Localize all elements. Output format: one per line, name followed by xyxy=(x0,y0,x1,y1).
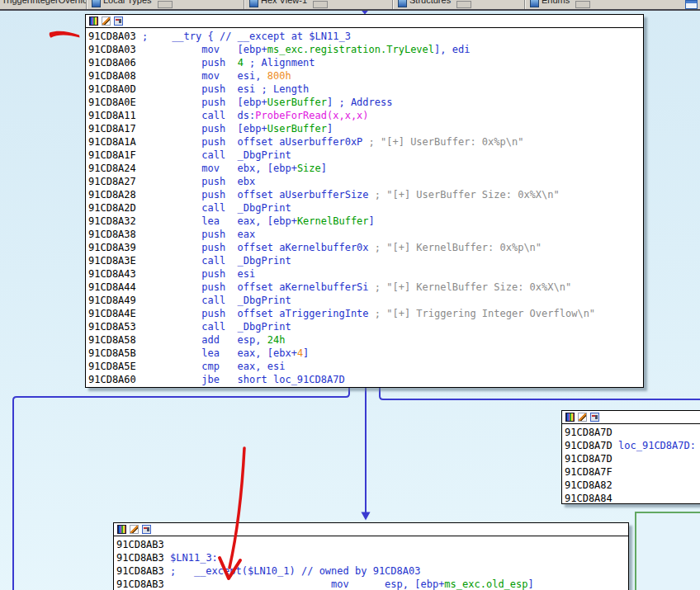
edge-arrow-in-except xyxy=(362,512,371,521)
group-icon[interactable] xyxy=(590,413,599,422)
tab-state-box xyxy=(158,1,173,8)
tab-icon xyxy=(530,0,539,7)
green-group-node[interactable] xyxy=(635,512,700,590)
code-line[interactable]: 91CD8AB3 xyxy=(116,538,628,551)
colors-icon[interactable] xyxy=(565,413,575,422)
tab-bar: TriggerIntegerOverflow Local Types Hex V… xyxy=(0,0,700,11)
tab-hex-view-1[interactable]: Hex View-1 xyxy=(245,0,392,9)
edit-icon[interactable] xyxy=(102,17,111,26)
tab-label: Structures xyxy=(409,0,451,5)
code-line[interactable]: 91CD8A11 call ds:ProbeForRead(x,x,x) xyxy=(88,109,643,122)
tab-local-types[interactable]: Local Types xyxy=(88,0,244,9)
code-line[interactable]: 91CD8A53 call _DbgPrint xyxy=(88,320,643,333)
code-line[interactable]: 91CD8A82 xyxy=(565,479,700,492)
code-line[interactable]: 91CD8A5E cmp eax, esi xyxy=(88,360,643,373)
edge-right xyxy=(380,388,700,399)
code-line[interactable]: 91CD8A2D call _DbgPrint xyxy=(88,201,643,215)
code-line[interactable]: 91CD8A49 call _DbgPrint xyxy=(88,294,643,307)
window-list-icon[interactable] xyxy=(685,0,698,9)
code-line[interactable]: 91CD8A38 push eax xyxy=(88,228,643,241)
code-line[interactable]: 91CD8A24 mov ebx, [ebp+Size] xyxy=(88,162,643,175)
node-title-bar xyxy=(114,523,628,536)
code-line[interactable]: 91CD8A44 push offset aKernelbufferSi ; "… xyxy=(88,281,643,294)
tab-label: Local Types xyxy=(103,0,152,5)
basic-block-91CD8A03[interactable]: 91CD8A03 ; __try { // __except at $LN11_… xyxy=(85,14,644,388)
code-line[interactable]: 91CD8A08 mov esi, 800h xyxy=(88,69,643,83)
code-line[interactable]: 91CD8AB3 mov esp, [ebp+ms_exc.old_esp] xyxy=(116,578,628,590)
code-line[interactable]: 91CD8A43 push esi xyxy=(88,267,643,281)
tab-state-box xyxy=(575,1,590,8)
code-line[interactable]: 91CD8A7D xyxy=(565,426,700,439)
code-line[interactable]: 91CD8A0D push esi ; Length xyxy=(88,83,643,96)
code-line[interactable]: 91CD8A60 jbe short loc_91CD8A7D xyxy=(88,373,643,386)
code-line[interactable]: 91CD8A1F call _DbgPrint xyxy=(88,149,643,162)
code-line[interactable]: 91CD8A1A push offset aUserbuffer0xP ; "[… xyxy=(88,135,643,149)
tab-label: Enums xyxy=(542,0,570,5)
code-line[interactable]: 91CD8A84 xyxy=(565,492,700,505)
colors-icon[interactable] xyxy=(117,525,126,534)
code-line[interactable]: 91CD8A06 push 4 ; Alignment xyxy=(88,56,643,69)
code-line[interactable]: 91CD8AB3 $LN11_3: xyxy=(116,551,628,564)
group-icon[interactable] xyxy=(114,17,123,26)
code-line[interactable]: 91CD8A27 push ebx xyxy=(88,175,643,188)
group-icon[interactable] xyxy=(142,525,151,534)
code-line[interactable]: 91CD8AB3 ; __except($LN10_1) // owned by… xyxy=(116,564,628,578)
tab-icon xyxy=(92,0,101,7)
edit-icon[interactable] xyxy=(578,413,587,422)
code-line[interactable]: 91CD8A0E push [ebp+UserBuffer] ; Address xyxy=(88,96,643,109)
tab-trigger-integer-overflow[interactable]: TriggerIntegerOverflow xyxy=(0,0,86,9)
basic-block-91CD8AB3[interactable]: 91CD8AB391CD8AB3 $LN11_3:91CD8AB3 ; __ex… xyxy=(113,522,629,590)
basic-block-91CD8A7D[interactable]: 91CD8A7D91CD8A7D loc_91CD8A7D:91CD8A7D91… xyxy=(561,410,700,504)
tab-enums[interactable]: Enums xyxy=(526,0,688,9)
edit-icon[interactable] xyxy=(130,525,139,534)
tab-state-box xyxy=(456,1,471,8)
code-line[interactable]: 91CD8A7D xyxy=(565,452,700,465)
code-line[interactable]: 91CD8A03 mov [ebp+ms_exc.registration.Tr… xyxy=(88,43,643,56)
code-line[interactable]: 91CD8A32 lea eax, [ebp+KernelBuffer] xyxy=(88,215,643,228)
code-line[interactable]: 91CD8A5B lea eax, [ebx+4] xyxy=(88,347,643,360)
tab-structures[interactable]: Structures xyxy=(394,0,524,9)
node-title-bar xyxy=(86,15,643,28)
ida-graph-view: TriggerIntegerOverflow Local Types Hex V… xyxy=(0,0,700,590)
tab-icon xyxy=(249,0,258,7)
code-line[interactable]: 91CD8A28 push offset aUserbufferSize ; "… xyxy=(88,188,643,201)
code-listing-91CD8A7D: 91CD8A7D91CD8A7D loc_91CD8A7D:91CD8A7D91… xyxy=(562,424,700,505)
code-line[interactable]: 91CD8A7D loc_91CD8A7D: xyxy=(565,439,700,452)
tab-label: TriggerIntegerOverflow xyxy=(2,0,86,5)
code-line[interactable]: 91CD8A39 push offset aKernelbuffer0x ; "… xyxy=(88,241,643,254)
code-line[interactable]: 91CD8A4E push offset aTriggeringInte ; "… xyxy=(88,307,643,320)
code-line[interactable]: 91CD8A17 push [ebp+UserBuffer] xyxy=(88,122,643,135)
code-line[interactable]: 91CD8A7F xyxy=(565,465,700,479)
node-title-bar xyxy=(562,411,700,424)
code-line[interactable]: 91CD8A58 add esp, 24h xyxy=(88,333,643,347)
code-line[interactable]: 91CD8A03 ; __try { // __except at $LN11_… xyxy=(88,30,643,43)
colors-icon[interactable] xyxy=(89,17,98,26)
code-listing-91CD8AB3: 91CD8AB391CD8AB3 $LN11_3:91CD8AB3 ; __ex… xyxy=(114,536,628,590)
code-line[interactable]: 91CD8A3E call _DbgPrint xyxy=(88,254,643,267)
code-listing-91CD8A03: 91CD8A03 ; __try { // __except at $LN11_… xyxy=(86,28,643,386)
tab-state-box xyxy=(313,1,328,8)
tab-icon xyxy=(398,0,407,7)
tab-label: Hex View-1 xyxy=(261,0,307,5)
